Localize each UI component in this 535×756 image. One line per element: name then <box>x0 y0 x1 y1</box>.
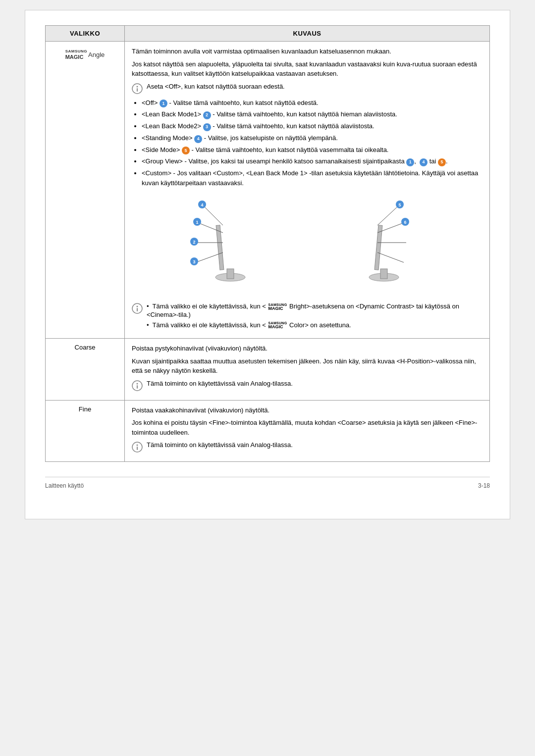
kuvaus-angle: Tämän toiminnon avulla voit varmistaa op… <box>125 42 490 339</box>
circle-4: 4 <box>194 135 202 143</box>
bullet-7: <Custom> - Jos valitaan <Custom>, <Lean … <box>142 168 482 188</box>
svg-text:3: 3 <box>193 259 195 264</box>
svg-rect-20 <box>380 269 387 279</box>
angle-bullets: <Off> 1 - Valitse tämä vaihtoehto, kun k… <box>142 98 482 188</box>
angle-diagram: 4 1 2 3 <box>132 196 482 295</box>
table-row-angle: SAMSUNG MAGIC Angle Tämän toiminnon avul… <box>46 42 490 339</box>
angle-note-bullets: • Tämä valikko ei ole käytettävissä, kun… <box>147 302 482 329</box>
fine-note: Tämä toiminto on käytettävissä vain Anal… <box>132 441 482 453</box>
svg-line-6 <box>203 205 223 225</box>
footer-left: Laitteen käyttö <box>45 482 84 489</box>
monitor-left: 4 1 2 3 <box>190 201 245 281</box>
fine-text-1: Poistaa vaakakohinaviivat (viivakuvion) … <box>132 405 482 415</box>
svg-point-30 <box>137 306 138 307</box>
svg-rect-18 <box>374 225 382 270</box>
angle-note-1: Aseta <Off>, kun katsot näyttöä suoraan … <box>132 83 482 94</box>
angle-label: Angle <box>88 51 105 58</box>
coarse-text-2: Kuvan sijaintipaikka saattaa muuttua ase… <box>132 356 482 376</box>
svg-rect-37 <box>137 447 138 450</box>
angle-text-2: Jos katsot näyttöä sen alapuolelta, yläp… <box>132 59 482 79</box>
svg-line-21 <box>377 205 399 225</box>
angle-text-1: Tämän toiminnon avulla voit varmistaa op… <box>132 47 482 56</box>
table-row-coarse: Coarse Poistaa pystykohinaviivat (viivak… <box>46 339 490 401</box>
angle-note-b1: • Tämä valikko ei ole käytettävissä, kun… <box>147 302 482 318</box>
angle-note-b2: • Tämä valikko ei ole käytettävissä, kun… <box>147 321 482 330</box>
coarse-note: Tämä toiminto on käytettävissä vain Anal… <box>132 380 482 391</box>
svg-rect-34 <box>137 385 138 389</box>
bullet-2: <Lean Back Mode1> 2 - Valitse tämä vaiht… <box>142 109 482 119</box>
samsung-magic-logo: SAMSUNG MAGIC <box>65 50 87 60</box>
svg-rect-31 <box>137 308 138 311</box>
bullet-1: <Off> 1 - Valitse tämä vaihtoehto, kun k… <box>142 98 482 108</box>
bullet-6: <Group View> - Valitse, jos kaksi tai us… <box>142 156 482 166</box>
monitor-right: 5 6 <box>369 201 409 281</box>
table-row-fine: Fine Poistaa vaakakohinaviivat (viivakuv… <box>46 400 490 462</box>
svg-point-1 <box>137 86 138 87</box>
svg-text:4: 4 <box>201 202 203 207</box>
bullet-5: <Side Mode> 5 - Valitse tämä vaihtoehto,… <box>142 145 482 155</box>
coarse-text-1: Poistaa pystykohinaviivat (viivakuvion) … <box>132 344 482 353</box>
circle-5: 5 <box>182 147 190 154</box>
circle-1b: 1 <box>406 158 414 166</box>
footer-right: 3-18 <box>478 482 490 489</box>
valikko-fine: Fine <box>46 400 125 462</box>
svg-text:2: 2 <box>193 240 195 245</box>
svg-text:5: 5 <box>398 202 401 207</box>
svg-point-36 <box>137 445 138 446</box>
kuvaus-coarse: Poistaa pystykohinaviivat (viivakuvion) … <box>125 339 490 401</box>
header-kuvaus: KUVAUS <box>125 26 490 42</box>
coarse-note-text: Tämä toiminto on käytettävissä vain Anal… <box>147 380 293 387</box>
note-icon-coarse <box>132 380 143 391</box>
svg-line-24 <box>377 252 404 262</box>
circle-1: 1 <box>160 100 167 107</box>
note-icon-fine <box>132 442 143 453</box>
diagram-svg: 4 1 2 3 <box>188 196 426 295</box>
svg-rect-2 <box>137 88 138 92</box>
circle-2: 2 <box>203 111 211 119</box>
fine-text-2: Jos kohina ei poistu täysin <Fine>-toimi… <box>132 418 482 437</box>
svg-text:1: 1 <box>196 220 198 225</box>
angle-note-text-1: Aseta <Off>, kun katsot näyttöä suoraan … <box>147 83 285 90</box>
bullet-4: <Standing Mode> 4 - Valitse, jos katselu… <box>142 133 482 143</box>
note-icon-1 <box>132 83 143 94</box>
main-table: VALIKKO KUVAUS SAMSUNG MAGIC Angle T <box>45 25 490 462</box>
circle-3: 3 <box>203 123 211 131</box>
footer: Laitteen käyttö 3-18 <box>45 477 490 489</box>
inline-samsung-1: SAMSUNG MAGIC <box>268 303 287 311</box>
page: VALIKKO KUVAUS SAMSUNG MAGIC Angle T <box>25 10 510 519</box>
svg-point-33 <box>137 383 138 384</box>
valikko-coarse: Coarse <box>46 339 125 401</box>
svg-rect-5 <box>227 269 234 279</box>
svg-text:6: 6 <box>404 220 406 225</box>
svg-rect-3 <box>216 225 224 270</box>
circle-4b: 4 <box>420 158 428 166</box>
angle-note-2: • Tämä valikko ei ole käytettävissä, kun… <box>132 302 482 329</box>
bullet-3: <Lean Back Mode2> 3 - Valitse tämä vaiht… <box>142 121 482 131</box>
note-icon-2 <box>132 303 143 314</box>
circle-5b: 5 <box>438 158 446 166</box>
valikko-angle: SAMSUNG MAGIC Angle <box>46 42 125 339</box>
fine-note-text: Tämä toiminto on käytettävissä vain Anal… <box>147 441 293 449</box>
kuvaus-fine: Poistaa vaakakohinaviivat (viivakuvion) … <box>125 400 490 462</box>
header-valikko: VALIKKO <box>46 26 125 42</box>
inline-samsung-2: SAMSUNG MAGIC <box>268 321 287 329</box>
